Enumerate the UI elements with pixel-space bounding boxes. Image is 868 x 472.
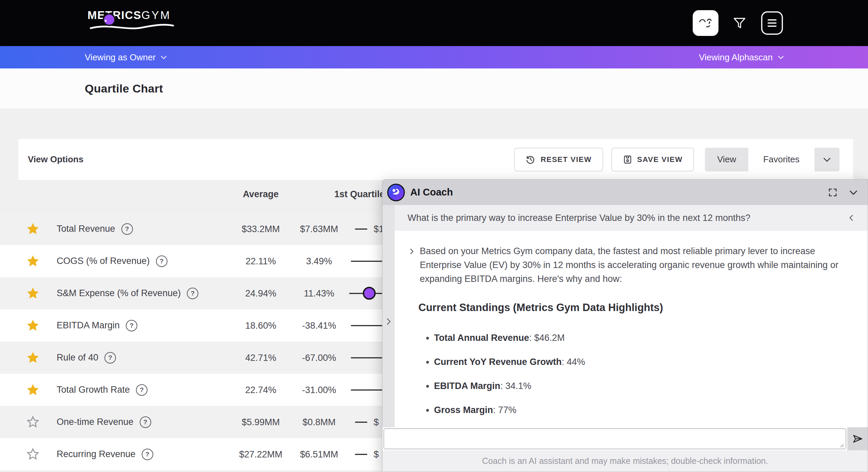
page-title: Quartile Chart	[85, 68, 163, 108]
coach-answer-intro-row: Based on your Metrics Gym company data, …	[408, 244, 857, 286]
clipped-next-value: $	[374, 417, 379, 427]
chevron-right-icon[interactable]	[408, 247, 416, 286]
history-icon	[526, 155, 536, 165]
highlight-value: : $46.2M	[529, 333, 565, 343]
help-icon[interactable]: ?	[140, 416, 151, 428]
first-quartile-value: $6.51MM	[285, 449, 353, 459]
reset-view-button[interactable]: RESET VIEW	[514, 148, 603, 171]
expand-fullscreen-icon[interactable]	[828, 187, 838, 198]
highlight-value: : 44%	[562, 357, 585, 367]
highlight-value: : 77%	[493, 405, 516, 415]
coach-side-gutter[interactable]	[382, 205, 395, 428]
logo-swoosh-icon	[87, 23, 176, 30]
app-screen: METRICS · GYM	[0, 0, 868, 472]
help-icon[interactable]: ?	[156, 255, 167, 267]
help-icon[interactable]: ?	[187, 288, 198, 299]
ai-coach-title: AI Coach	[410, 187, 453, 198]
average-value: $27.22MM	[227, 449, 295, 459]
coach-answer-body: Based on your Metrics Gym company data, …	[395, 231, 868, 427]
favorite-star-icon[interactable]	[26, 286, 40, 301]
logo-text: METRICS · GYM	[87, 9, 176, 22]
zen-face-icon	[696, 14, 715, 32]
favorite-star-outline-icon[interactable]	[26, 415, 40, 429]
coach-section-heading: Current Standings (Metrics Gym Data High…	[418, 302, 857, 314]
column-header-average: Average	[227, 189, 295, 200]
coach-answer-intro: Based on your Metrics Gym company data, …	[420, 244, 857, 286]
help-icon[interactable]: ?	[104, 352, 116, 364]
view-options-card: View Options RESET VIEW SAVE VIEW	[18, 139, 853, 180]
chevron-down-icon	[777, 53, 785, 61]
segment-favorites[interactable]: Favorites	[748, 148, 814, 171]
metric-label: Rule of 40	[57, 352, 98, 363]
help-icon[interactable]: ?	[121, 223, 133, 235]
first-quartile-value: -38.41%	[285, 320, 353, 331]
logo-separator: ·	[103, 13, 116, 26]
send-button[interactable]	[847, 427, 868, 450]
highlight-label: Gross Margin	[434, 405, 493, 415]
help-icon[interactable]: ?	[126, 320, 137, 331]
favorite-star-outline-icon[interactable]	[26, 447, 40, 461]
first-quartile-value: 3.49%	[285, 256, 353, 266]
clipped-next-value: $	[374, 449, 379, 459]
chevron-left-icon[interactable]	[847, 213, 856, 222]
first-quartile-value: $0.8MM	[285, 417, 353, 427]
chat-input[interactable]	[383, 428, 846, 449]
segment-view-label: View	[717, 154, 736, 165]
segment-view[interactable]: View	[705, 148, 748, 171]
chevron-right-icon[interactable]	[382, 317, 395, 326]
metric-label: EBITDA Margin	[57, 320, 120, 331]
help-icon[interactable]: ?	[136, 384, 147, 396]
collapse-chevron-icon[interactable]	[848, 187, 859, 198]
metric-label: Total Growth Rate	[57, 385, 130, 395]
coach-face-button[interactable]	[693, 10, 718, 36]
favorite-star-icon[interactable]	[26, 383, 40, 397]
chevron-down-icon	[160, 53, 168, 61]
first-quartile-value: -31.00%	[285, 385, 353, 395]
metrics-gym-logo[interactable]: METRICS · GYM	[87, 9, 176, 30]
ai-coach-panel: AI Coach What is the primary way to incr…	[382, 179, 868, 472]
save-view-label: SAVE VIEW	[637, 155, 683, 164]
quartile-dot[interactable]	[363, 287, 376, 300]
logo-secondary: GYM	[141, 9, 171, 22]
list-item: Gross Margin: 77%	[434, 405, 857, 415]
highlight-label: EBITDA Margin	[434, 381, 500, 391]
coach-highlights-list: Total Annual Revenue: $46.2M Current YoY…	[418, 333, 857, 415]
viewing-as-dropdown[interactable]: Viewing as Owner	[85, 52, 168, 63]
filter-button[interactable]	[731, 15, 748, 31]
send-paper-plane-icon	[852, 433, 863, 445]
view-options-actions: RESET VIEW SAVE VIEW View Favorites	[506, 148, 840, 171]
coach-question-bar[interactable]: What is the primary way to increase Ente…	[395, 205, 868, 231]
list-item: EBITDA Margin: 34.1%	[434, 381, 857, 391]
list-item: Current YoY Revenue Growth: 44%	[434, 357, 857, 367]
favorite-star-icon[interactable]	[26, 222, 40, 236]
filter-funnel-icon	[732, 16, 747, 30]
column-header-first-quartile: 1st Quartile	[334, 189, 385, 200]
average-value: 42.71%	[227, 352, 295, 363]
save-view-button[interactable]: SAVE VIEW	[611, 148, 694, 171]
first-quartile-value: -67.00%	[285, 352, 353, 363]
viewing-company-dropdown[interactable]: Viewing Alphascan	[699, 52, 785, 63]
ai-coach-avatar	[387, 184, 405, 201]
metric-label: S&M Expense (% of Revenue)	[57, 288, 181, 299]
segment-dropdown[interactable]	[814, 148, 840, 171]
favorite-star-icon[interactable]	[26, 254, 40, 268]
viewing-bar: Viewing as Owner Viewing Alphascan	[0, 46, 868, 68]
highlight-label: Current YoY Revenue Growth	[434, 357, 562, 367]
coach-question-text: What is the primary way to increase Ente…	[408, 213, 750, 223]
quartile-line	[355, 422, 367, 423]
hamburger-menu-icon	[761, 11, 783, 35]
favorite-star-icon[interactable]	[26, 351, 40, 365]
quartile-line	[355, 228, 367, 229]
ai-coach-header[interactable]: AI Coach	[382, 180, 868, 205]
coach-disclaimer: Coach is an AI assistant and may make mi…	[382, 450, 868, 472]
metric-label: One-time Revenue	[57, 417, 134, 427]
metric-label: Recurring Revenue	[57, 449, 136, 459]
help-icon[interactable]: ?	[142, 449, 153, 460]
segment-favorites-label: Favorites	[763, 154, 800, 165]
highlight-label: Total Annual Revenue	[434, 333, 529, 343]
list-item: Total Annual Revenue: $46.2M	[434, 333, 857, 343]
menu-button[interactable]	[761, 11, 783, 36]
favorite-star-icon[interactable]	[26, 319, 40, 333]
save-icon	[623, 155, 632, 164]
average-value: 24.94%	[227, 288, 295, 299]
